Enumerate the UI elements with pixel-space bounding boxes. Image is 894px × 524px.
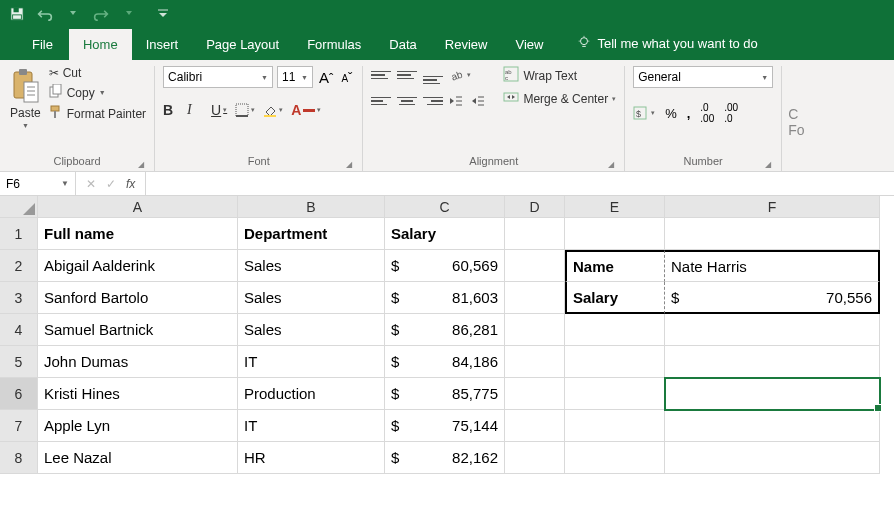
undo-icon[interactable]: [36, 5, 54, 23]
cell-d8[interactable]: [505, 442, 565, 474]
increase-font-button[interactable]: Aˆ: [317, 69, 335, 86]
undo-dropdown-icon[interactable]: [64, 5, 82, 23]
tab-home[interactable]: Home: [69, 29, 132, 60]
col-header-c[interactable]: C: [385, 196, 505, 218]
tab-formulas[interactable]: Formulas: [293, 29, 375, 60]
cell-a6[interactable]: Kristi Hines: [38, 378, 238, 410]
insert-function-icon[interactable]: fx: [126, 177, 135, 191]
row-header-5[interactable]: 5: [0, 346, 38, 378]
number-format-select[interactable]: General ▼: [633, 66, 773, 88]
cell-a5[interactable]: John Dumas: [38, 346, 238, 378]
cell-b4[interactable]: Sales: [238, 314, 385, 346]
increase-decimal-button[interactable]: .0.00: [700, 102, 714, 124]
cell-f2[interactable]: Nate Harris: [665, 250, 880, 282]
paste-dropdown-icon[interactable]: ▼: [22, 122, 29, 129]
cell-e1[interactable]: [565, 218, 665, 250]
increase-indent-button[interactable]: [471, 94, 487, 108]
row-header-3[interactable]: 3: [0, 282, 38, 314]
cell-c4[interactable]: 86,281: [385, 314, 505, 346]
cell-d4[interactable]: [505, 314, 565, 346]
copy-button[interactable]: Copy ▼: [49, 84, 146, 101]
merge-dropdown-icon[interactable]: ▾: [612, 95, 616, 103]
col-header-d[interactable]: D: [505, 196, 565, 218]
cell-e8[interactable]: [565, 442, 665, 474]
qat-customize-icon[interactable]: [154, 5, 172, 23]
col-header-e[interactable]: E: [565, 196, 665, 218]
worksheet-grid[interactable]: A B C D E F 1 Full name Department Salar…: [0, 196, 894, 474]
cell-b6[interactable]: Production: [238, 378, 385, 410]
select-all-corner[interactable]: [0, 196, 38, 218]
cell-e2[interactable]: Name: [565, 250, 665, 282]
cell-d6[interactable]: [505, 378, 565, 410]
row-header-8[interactable]: 8: [0, 442, 38, 474]
redo-icon[interactable]: [92, 5, 110, 23]
cell-a4[interactable]: Samuel Bartnick: [38, 314, 238, 346]
cell-f3[interactable]: 70,556: [665, 282, 880, 314]
borders-button[interactable]: ▾: [235, 103, 255, 117]
cell-f5[interactable]: [665, 346, 880, 378]
cell-e6[interactable]: [565, 378, 665, 410]
underline-button[interactable]: U▾: [211, 102, 227, 118]
cell-a3[interactable]: Sanford Bartolo: [38, 282, 238, 314]
fill-color-button[interactable]: ▾: [263, 103, 283, 117]
row-header-4[interactable]: 4: [0, 314, 38, 346]
cell-b7[interactable]: IT: [238, 410, 385, 442]
tell-me-search[interactable]: Tell me what you want to do: [577, 35, 757, 60]
tab-data[interactable]: Data: [375, 29, 430, 60]
cell-e3[interactable]: Salary: [565, 282, 665, 314]
cell-c1[interactable]: Salary: [385, 218, 505, 250]
cell-e7[interactable]: [565, 410, 665, 442]
cell-e4[interactable]: [565, 314, 665, 346]
decrease-decimal-button[interactable]: .00.0: [724, 102, 738, 124]
cell-b1[interactable]: Department: [238, 218, 385, 250]
cell-d3[interactable]: [505, 282, 565, 314]
percent-format-button[interactable]: %: [665, 106, 677, 121]
cell-f4[interactable]: [665, 314, 880, 346]
tab-insert[interactable]: Insert: [132, 29, 193, 60]
copy-dropdown-icon[interactable]: ▼: [99, 89, 106, 96]
cell-c7[interactable]: 75,144: [385, 410, 505, 442]
font-size-select[interactable]: 11 ▼: [277, 66, 313, 88]
decrease-indent-button[interactable]: [449, 94, 465, 108]
row-header-6[interactable]: 6: [0, 378, 38, 410]
cell-d2[interactable]: [505, 250, 565, 282]
cell-f7[interactable]: [665, 410, 880, 442]
cell-c3[interactable]: 81,603: [385, 282, 505, 314]
row-header-7[interactable]: 7: [0, 410, 38, 442]
cell-e5[interactable]: [565, 346, 665, 378]
cell-a8[interactable]: Lee Nazal: [38, 442, 238, 474]
align-top-button[interactable]: [371, 66, 391, 84]
formula-input[interactable]: [146, 172, 894, 195]
bold-button[interactable]: B: [163, 102, 179, 118]
redo-dropdown-icon[interactable]: [120, 5, 138, 23]
merge-center-button[interactable]: Merge & Center ▾: [503, 89, 616, 108]
save-icon[interactable]: [8, 5, 26, 23]
italic-button[interactable]: I: [187, 102, 203, 118]
align-bottom-button[interactable]: [423, 66, 443, 84]
cell-b5[interactable]: IT: [238, 346, 385, 378]
cell-c8[interactable]: 82,162: [385, 442, 505, 474]
cancel-formula-icon[interactable]: ✕: [86, 177, 96, 191]
align-right-button[interactable]: [423, 92, 443, 110]
cell-a1[interactable]: Full name: [38, 218, 238, 250]
cell-d1[interactable]: [505, 218, 565, 250]
font-name-select[interactable]: Calibri ▼: [163, 66, 273, 88]
row-header-1[interactable]: 1: [0, 218, 38, 250]
tab-view[interactable]: View: [501, 29, 557, 60]
font-color-button[interactable]: A▾: [291, 102, 321, 118]
tab-review[interactable]: Review: [431, 29, 502, 60]
comma-format-button[interactable]: ,: [687, 106, 691, 121]
cell-f8[interactable]: [665, 442, 880, 474]
paste-button[interactable]: Paste ▼: [8, 66, 43, 131]
format-painter-button[interactable]: Format Painter: [49, 105, 146, 122]
align-left-button[interactable]: [371, 92, 391, 110]
row-header-2[interactable]: 2: [0, 250, 38, 282]
tab-file[interactable]: File: [16, 29, 69, 60]
col-header-f[interactable]: F: [665, 196, 880, 218]
cell-b2[interactable]: Sales: [238, 250, 385, 282]
name-box[interactable]: F6 ▼: [0, 172, 76, 195]
decrease-font-button[interactable]: Aˇ: [339, 70, 354, 85]
cell-d7[interactable]: [505, 410, 565, 442]
cell-c6[interactable]: 85,775: [385, 378, 505, 410]
cell-d5[interactable]: [505, 346, 565, 378]
